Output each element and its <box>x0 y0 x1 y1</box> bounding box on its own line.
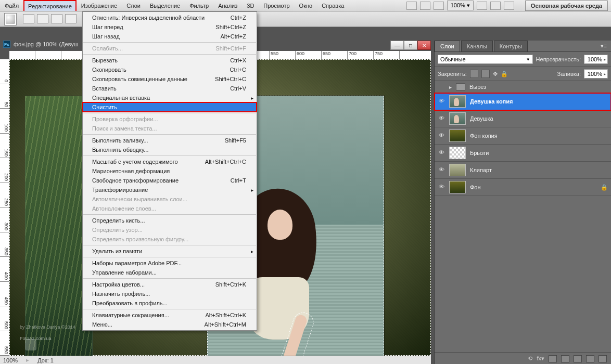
menuitem[interactable]: ВырезатьCtrl+X <box>83 56 257 65</box>
extras-icon-3[interactable] <box>504 2 514 10</box>
menu-слои[interactable]: Слои <box>122 0 145 11</box>
layer-thumbnail[interactable] <box>449 181 466 193</box>
layer-row[interactable]: 👁Брызги <box>435 145 611 162</box>
menuitem[interactable]: Меню...Alt+Shift+Ctrl+M <box>83 320 257 329</box>
layer-row[interactable]: 👁Клипарт <box>435 162 611 179</box>
menuitem: Ослабить...Shift+Ctrl+F <box>83 44 257 53</box>
zoom-level[interactable]: 100% ▾ <box>447 1 474 10</box>
window-controls: — □ ✕ <box>390 41 431 50</box>
fill-input[interactable]: 100%▸ <box>584 69 608 79</box>
menuitem[interactable]: Клавиатурные сокращения...Alt+Shift+Ctrl… <box>83 310 257 320</box>
ruler-vertical[interactable]: 050100150200250300350400450500550 <box>0 59 9 356</box>
view-extras-icon[interactable] <box>406 2 417 10</box>
selection-new-icon[interactable] <box>23 14 34 23</box>
lock-transparent-icon[interactable] <box>470 70 478 78</box>
eye-icon[interactable]: 👁 <box>438 132 445 139</box>
layer-style-icon[interactable]: fx▾ <box>537 355 544 362</box>
layer-thumbnail[interactable] <box>449 95 466 108</box>
panel-tab-слои[interactable]: Слои <box>435 41 460 51</box>
lock-pixels-icon[interactable] <box>481 70 490 78</box>
menuitem[interactable]: СкопироватьCtrl+C <box>83 65 257 74</box>
selection-intersect-icon[interactable] <box>65 14 77 23</box>
layer-row[interactable]: 👁Девушка <box>435 110 611 127</box>
document-tab[interactable]: Ps фон.jpg @ 100% (Девуш <box>3 41 79 48</box>
blend-mode-select[interactable]: Обычные▼ <box>438 55 533 64</box>
selection-add-icon[interactable] <box>37 14 48 23</box>
new-group-icon[interactable] <box>574 355 582 362</box>
layer-thumbnail[interactable] <box>449 147 466 159</box>
layer-group-row[interactable]: ▸ Вырез <box>435 81 611 93</box>
menuitem[interactable]: Шаг впередShift+Ctrl+Z <box>83 22 257 32</box>
menuitem: Определить произвольную фигуру... <box>83 235 257 244</box>
eye-icon[interactable] <box>438 83 445 90</box>
status-zoom[interactable]: 100% <box>3 357 18 363</box>
menu-справка[interactable]: Справка <box>317 0 349 11</box>
menuitem[interactable]: ВставитьCtrl+V <box>83 84 257 93</box>
menuitem[interactable]: Настройка цветов...Shift+Ctrl+K <box>83 280 257 289</box>
menuitem[interactable]: Назначить профиль... <box>83 289 257 298</box>
menuitem[interactable]: Наборы параметров Adobe PDF... <box>83 258 257 268</box>
menu-выделение[interactable]: Выделение <box>145 0 185 11</box>
panel-menu-icon[interactable]: ▾≡ <box>596 41 611 51</box>
panel-tab-каналы[interactable]: Каналы <box>461 41 493 51</box>
panel-tab-контуры[interactable]: Контуры <box>494 41 528 51</box>
menu-окно[interactable]: Окно <box>295 0 317 11</box>
selection-subtract-icon[interactable] <box>51 14 62 23</box>
menuitem[interactable]: Удалить из памяти <box>83 246 257 256</box>
opacity-input[interactable]: 100%▸ <box>584 55 608 64</box>
close-button[interactable]: ✕ <box>417 41 431 50</box>
delete-layer-icon[interactable] <box>599 355 607 362</box>
extras-icon-1[interactable] <box>477 2 487 10</box>
add-mask-icon[interactable] <box>549 355 557 362</box>
eye-icon[interactable]: 👁 <box>438 184 445 191</box>
layer-row[interactable]: 👁Девушка копия <box>435 93 611 110</box>
menuitem[interactable]: Шаг назадAlt+Ctrl+Z <box>83 32 257 41</box>
status-bar: 100% ▸ Док: 1 <box>0 356 431 364</box>
menu-просмотр[interactable]: Просмотр <box>259 0 294 11</box>
adjustment-layer-icon[interactable] <box>561 355 569 362</box>
lock-position-icon[interactable]: ✥ <box>493 71 498 77</box>
link-layers-icon[interactable]: ⟲ <box>528 355 532 362</box>
chevron-right-icon[interactable]: ▸ <box>449 84 452 90</box>
layer-row[interactable]: 👁Фон🔒 <box>435 179 611 196</box>
new-layer-icon[interactable] <box>586 355 594 362</box>
layer-thumbnail[interactable] <box>449 112 466 125</box>
menuitem[interactable]: Скопировать совмещенные данныеShift+Ctrl… <box>83 74 257 84</box>
tool-preset-icon[interactable] <box>4 13 17 25</box>
minimize-button[interactable]: — <box>390 41 404 50</box>
eye-icon[interactable]: 👁 <box>438 98 445 105</box>
status-doc[interactable]: Док: 1 <box>37 357 54 363</box>
layer-thumbnail[interactable] <box>449 129 466 142</box>
eye-icon[interactable]: 👁 <box>438 166 445 174</box>
screen-mode-icon[interactable] <box>420 2 430 10</box>
workspace-switcher[interactable]: Основная рабочая среда <box>525 1 608 11</box>
menuitem[interactable]: Отменить: Инверсия выделенной областиCtr… <box>83 13 257 22</box>
maximize-button[interactable]: □ <box>404 41 417 50</box>
menu-редактирование[interactable]: Редактирование <box>23 0 77 11</box>
layer-list: 👁Девушка копия👁Девушка👁Фон копия👁Брызги👁… <box>435 93 611 196</box>
lock-all-icon[interactable]: 🔒 <box>501 71 508 77</box>
menuitem[interactable]: Свободное трансформированиеCtrl+T <box>83 176 257 185</box>
menuitem[interactable]: Масштаб с учетом содержимогоAlt+Shift+Ct… <box>83 157 257 166</box>
menu-анализ[interactable]: Анализ <box>213 0 242 11</box>
menu-3d[interactable]: 3D <box>242 0 259 11</box>
edit-menu-dropdown: Отменить: Инверсия выделенной областиCtr… <box>82 11 257 331</box>
menu-фильтр[interactable]: Фильтр <box>185 0 213 11</box>
menuitem[interactable]: Марионеточная деформация <box>83 166 257 176</box>
menuitem[interactable]: Трансформирование <box>83 185 257 194</box>
layer-thumbnail[interactable] <box>449 164 466 176</box>
menuitem[interactable]: Очистить <box>83 102 257 112</box>
menuitem[interactable]: Специальная вставка <box>83 93 257 102</box>
eye-icon[interactable]: 👁 <box>438 115 445 122</box>
menuitem[interactable]: Управление наборами... <box>83 268 257 277</box>
menu-файл[interactable]: Файл <box>0 0 23 11</box>
menuitem[interactable]: Определить кисть... <box>83 216 257 225</box>
menuitem[interactable]: Преобразовать в профиль... <box>83 298 257 308</box>
extras-icon-2[interactable] <box>490 2 501 10</box>
eye-icon[interactable]: 👁 <box>438 149 445 157</box>
menuitem[interactable]: Выполнить обводку... <box>83 145 257 154</box>
menu-изображение[interactable]: Изображение <box>77 0 122 11</box>
layer-row[interactable]: 👁Фон копия <box>435 127 611 145</box>
menuitem[interactable]: Выполнить заливку...Shift+F5 <box>83 136 257 145</box>
arrange-docs-icon[interactable] <box>434 2 444 10</box>
